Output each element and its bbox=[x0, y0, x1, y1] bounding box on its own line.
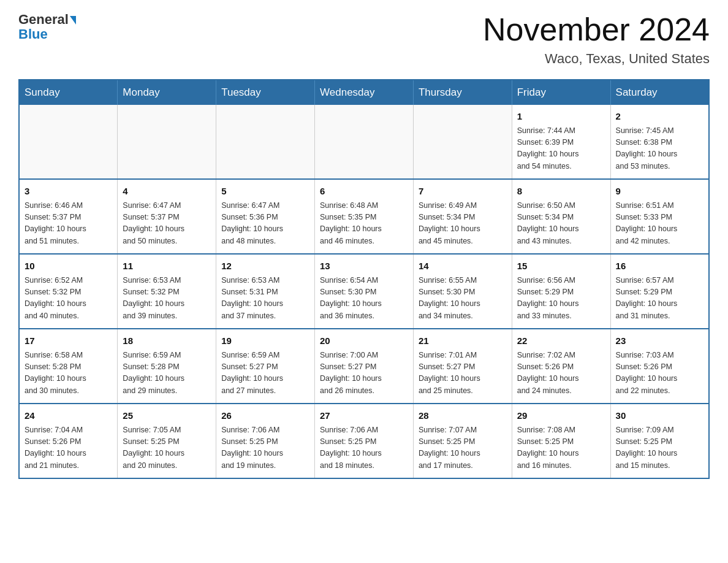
calendar-cell: 22Sunrise: 7:02 AMSunset: 5:26 PMDayligh… bbox=[512, 329, 610, 404]
day-info: Sunrise: 7:04 AMSunset: 5:26 PMDaylight:… bbox=[25, 424, 112, 472]
calendar-cell: 12Sunrise: 6:53 AMSunset: 5:31 PMDayligh… bbox=[216, 254, 315, 329]
day-number: 5 bbox=[221, 185, 309, 199]
day-info: Sunrise: 7:09 AMSunset: 5:25 PMDaylight:… bbox=[616, 424, 703, 472]
day-info: Sunrise: 6:46 AMSunset: 5:37 PMDaylight:… bbox=[25, 200, 112, 248]
calendar-cell: 21Sunrise: 7:01 AMSunset: 5:27 PMDayligh… bbox=[413, 329, 512, 404]
week-row-5: 24Sunrise: 7:04 AMSunset: 5:26 PMDayligh… bbox=[19, 404, 709, 478]
calendar-cell: 20Sunrise: 7:00 AMSunset: 5:27 PMDayligh… bbox=[315, 329, 414, 404]
calendar-cell: 28Sunrise: 7:07 AMSunset: 5:25 PMDayligh… bbox=[413, 404, 512, 478]
day-number: 29 bbox=[517, 409, 605, 423]
day-number: 15 bbox=[517, 259, 605, 274]
calendar-cell bbox=[216, 105, 315, 179]
week-row-3: 10Sunrise: 6:52 AMSunset: 5:32 PMDayligh… bbox=[19, 254, 709, 329]
calendar-cell: 6Sunrise: 6:48 AMSunset: 5:35 PMDaylight… bbox=[315, 179, 414, 254]
weekday-header-sunday: Sunday bbox=[19, 80, 118, 105]
logo: General Blue bbox=[18, 12, 76, 42]
day-number: 27 bbox=[320, 409, 408, 423]
day-info: Sunrise: 7:05 AMSunset: 5:25 PMDaylight:… bbox=[123, 424, 211, 472]
calendar-cell: 24Sunrise: 7:04 AMSunset: 5:26 PMDayligh… bbox=[19, 404, 118, 478]
day-info: Sunrise: 7:06 AMSunset: 5:25 PMDaylight:… bbox=[320, 424, 408, 472]
day-number: 8 bbox=[517, 185, 605, 199]
day-number: 25 bbox=[123, 409, 211, 423]
day-info: Sunrise: 7:02 AMSunset: 5:26 PMDaylight:… bbox=[517, 350, 605, 397]
day-number: 16 bbox=[616, 259, 703, 274]
day-number: 4 bbox=[123, 185, 211, 199]
calendar-cell: 5Sunrise: 6:47 AMSunset: 5:36 PMDaylight… bbox=[216, 179, 315, 254]
weekday-header-monday: Monday bbox=[118, 80, 216, 105]
page-header: General Blue November 2024 Waco, Texas, … bbox=[18, 12, 710, 67]
day-info: Sunrise: 6:54 AMSunset: 5:30 PMDaylight:… bbox=[320, 275, 408, 323]
day-number: 7 bbox=[419, 185, 507, 199]
calendar-cell: 1Sunrise: 7:44 AMSunset: 6:39 PMDaylight… bbox=[512, 105, 610, 179]
weekday-header-friday: Friday bbox=[512, 80, 610, 105]
day-number: 1 bbox=[517, 110, 605, 124]
day-info: Sunrise: 6:47 AMSunset: 5:37 PMDaylight:… bbox=[123, 200, 211, 248]
calendar-cell: 15Sunrise: 6:56 AMSunset: 5:29 PMDayligh… bbox=[512, 254, 610, 329]
calendar-cell bbox=[118, 105, 216, 179]
calendar-cell: 29Sunrise: 7:08 AMSunset: 5:25 PMDayligh… bbox=[512, 404, 610, 478]
day-number: 28 bbox=[419, 409, 507, 423]
day-number: 13 bbox=[320, 259, 408, 274]
week-row-1: 1Sunrise: 7:44 AMSunset: 6:39 PMDaylight… bbox=[19, 105, 709, 179]
day-number: 24 bbox=[25, 409, 112, 423]
calendar-cell: 3Sunrise: 6:46 AMSunset: 5:37 PMDaylight… bbox=[19, 179, 118, 254]
day-number: 6 bbox=[320, 185, 408, 199]
title-area: November 2024 Waco, Texas, United States bbox=[483, 12, 710, 67]
weekday-header-thursday: Thursday bbox=[413, 80, 512, 105]
day-info: Sunrise: 6:57 AMSunset: 5:29 PMDaylight:… bbox=[616, 275, 703, 323]
logo-text: General Blue bbox=[18, 12, 76, 42]
weekday-header-row: SundayMondayTuesdayWednesdayThursdayFrid… bbox=[19, 80, 709, 105]
calendar-cell: 26Sunrise: 7:06 AMSunset: 5:25 PMDayligh… bbox=[216, 404, 315, 478]
day-info: Sunrise: 6:55 AMSunset: 5:30 PMDaylight:… bbox=[419, 275, 507, 323]
day-info: Sunrise: 6:58 AMSunset: 5:28 PMDaylight:… bbox=[25, 350, 112, 397]
day-number: 17 bbox=[25, 334, 112, 348]
day-info: Sunrise: 7:01 AMSunset: 5:27 PMDaylight:… bbox=[419, 350, 507, 397]
month-title: November 2024 bbox=[483, 12, 710, 47]
calendar-cell: 13Sunrise: 6:54 AMSunset: 5:30 PMDayligh… bbox=[315, 254, 414, 329]
day-info: Sunrise: 6:47 AMSunset: 5:36 PMDaylight:… bbox=[221, 200, 309, 248]
calendar-cell: 7Sunrise: 6:49 AMSunset: 5:34 PMDaylight… bbox=[413, 179, 512, 254]
day-number: 12 bbox=[221, 259, 309, 274]
weekday-header-saturday: Saturday bbox=[610, 80, 709, 105]
day-info: Sunrise: 6:52 AMSunset: 5:32 PMDaylight:… bbox=[25, 275, 112, 323]
week-row-2: 3Sunrise: 6:46 AMSunset: 5:37 PMDaylight… bbox=[19, 179, 709, 254]
calendar-cell: 19Sunrise: 6:59 AMSunset: 5:27 PMDayligh… bbox=[216, 329, 315, 404]
day-info: Sunrise: 7:00 AMSunset: 5:27 PMDaylight:… bbox=[320, 350, 408, 397]
day-number: 30 bbox=[616, 409, 703, 423]
day-number: 14 bbox=[419, 259, 507, 274]
day-number: 23 bbox=[616, 334, 703, 348]
day-info: Sunrise: 6:59 AMSunset: 5:28 PMDaylight:… bbox=[123, 350, 211, 397]
day-info: Sunrise: 7:07 AMSunset: 5:25 PMDaylight:… bbox=[419, 424, 507, 472]
day-number: 19 bbox=[221, 334, 309, 348]
logo-triangle-icon bbox=[70, 16, 76, 25]
calendar-cell bbox=[315, 105, 414, 179]
day-info: Sunrise: 6:59 AMSunset: 5:27 PMDaylight:… bbox=[221, 350, 309, 397]
calendar-cell: 30Sunrise: 7:09 AMSunset: 5:25 PMDayligh… bbox=[610, 404, 709, 478]
logo-blue-text: Blue bbox=[18, 26, 48, 42]
day-number: 9 bbox=[616, 185, 703, 199]
calendar-cell: 27Sunrise: 7:06 AMSunset: 5:25 PMDayligh… bbox=[315, 404, 414, 478]
day-info: Sunrise: 7:06 AMSunset: 5:25 PMDaylight:… bbox=[221, 424, 309, 472]
day-number: 10 bbox=[25, 259, 112, 274]
day-info: Sunrise: 7:45 AMSunset: 6:38 PMDaylight:… bbox=[616, 125, 703, 173]
weekday-header-tuesday: Tuesday bbox=[216, 80, 315, 105]
day-info: Sunrise: 7:03 AMSunset: 5:26 PMDaylight:… bbox=[616, 350, 703, 397]
day-info: Sunrise: 7:08 AMSunset: 5:25 PMDaylight:… bbox=[517, 424, 605, 472]
calendar-cell: 14Sunrise: 6:55 AMSunset: 5:30 PMDayligh… bbox=[413, 254, 512, 329]
week-row-4: 17Sunrise: 6:58 AMSunset: 5:28 PMDayligh… bbox=[19, 329, 709, 404]
calendar-cell bbox=[19, 105, 118, 179]
day-info: Sunrise: 6:53 AMSunset: 5:32 PMDaylight:… bbox=[123, 275, 211, 323]
location-title: Waco, Texas, United States bbox=[483, 51, 710, 67]
calendar-cell: 10Sunrise: 6:52 AMSunset: 5:32 PMDayligh… bbox=[19, 254, 118, 329]
day-number: 21 bbox=[419, 334, 507, 348]
calendar-cell: 25Sunrise: 7:05 AMSunset: 5:25 PMDayligh… bbox=[118, 404, 216, 478]
day-number: 26 bbox=[221, 409, 309, 423]
calendar-cell: 8Sunrise: 6:50 AMSunset: 5:34 PMDaylight… bbox=[512, 179, 610, 254]
day-info: Sunrise: 6:56 AMSunset: 5:29 PMDaylight:… bbox=[517, 275, 605, 323]
calendar-table: SundayMondayTuesdayWednesdayThursdayFrid… bbox=[18, 79, 710, 479]
day-number: 22 bbox=[517, 334, 605, 348]
calendar-cell: 11Sunrise: 6:53 AMSunset: 5:32 PMDayligh… bbox=[118, 254, 216, 329]
day-info: Sunrise: 6:50 AMSunset: 5:34 PMDaylight:… bbox=[517, 200, 605, 248]
calendar-cell: 9Sunrise: 6:51 AMSunset: 5:33 PMDaylight… bbox=[610, 179, 709, 254]
day-info: Sunrise: 6:53 AMSunset: 5:31 PMDaylight:… bbox=[221, 275, 309, 323]
